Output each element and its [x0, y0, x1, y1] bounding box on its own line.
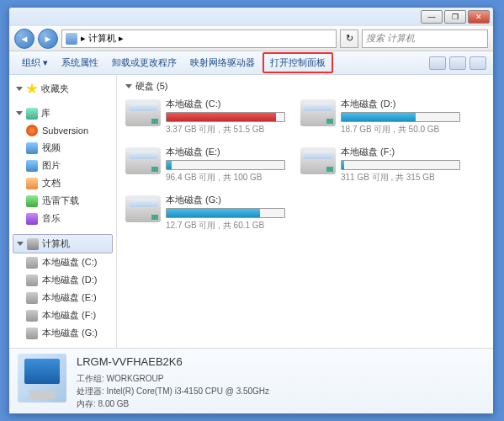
section-label: 硬盘 (5): [135, 80, 168, 93]
sidebar-item-mus[interactable]: 音乐: [13, 210, 113, 227]
search-input[interactable]: 搜索 计算机: [362, 29, 488, 48]
star-icon: [26, 83, 38, 95]
sidebar-item-label: 视频: [42, 141, 61, 154]
forward-button[interactable]: ►: [38, 29, 58, 49]
tool-control-panel[interactable]: 打开控制面板: [263, 52, 333, 73]
drive-icon: [300, 147, 336, 174]
drive-info: 本地磁盘 (D:)18.7 GB 可用 , 共 50.0 GB: [341, 98, 460, 136]
address-path: ▸ 计算机 ▸: [81, 32, 124, 45]
drive-icon: [125, 99, 161, 126]
drive-name: 本地磁盘 (D:): [341, 98, 460, 110]
sidebar-drive[interactable]: 本地磁盘 (G:): [13, 324, 113, 342]
section-header[interactable]: 硬盘 (5): [125, 80, 485, 93]
drive-info: 本地磁盘 (E:)96.4 GB 可用 , 共 100 GB: [166, 146, 285, 184]
sidebar-computer[interactable]: 计算机: [13, 234, 113, 253]
drive-info: 本地磁盘 (F:)311 GB 可用 , 共 315 GB: [341, 146, 460, 184]
capacity-fill: [167, 161, 172, 169]
sidebar-item-label: 文档: [42, 177, 61, 189]
toolbar: 组织 ▾ 系统属性 卸载或更改程序 映射网络驱动器 打开控制面板: [9, 51, 493, 75]
sidebar: 收藏夹 库 Subversion视频图片文档迅雷下载音乐 计算机 本地磁盘 (C…: [9, 75, 117, 348]
tool-uninstall[interactable]: 卸载或更改程序: [106, 54, 183, 72]
sidebar-item-label: Subversion: [42, 125, 88, 136]
drive-item[interactable]: 本地磁盘 (D:)18.7 GB 可用 , 共 50.0 GB: [300, 98, 460, 136]
sidebar-item-label: 本地磁盘 (E:): [42, 291, 97, 304]
drive-item[interactable]: 本地磁盘 (G:)12.7 GB 可用 , 共 60.1 GB: [125, 194, 285, 232]
sidebar-item-label: 本地磁盘 (F:): [42, 309, 96, 322]
drive-icon: [26, 328, 38, 339]
drive-icon: [125, 195, 161, 222]
drive-item[interactable]: 本地磁盘 (E:)96.4 GB 可用 , 共 100 GB: [125, 146, 285, 184]
sidebar-drive[interactable]: 本地磁盘 (E:): [13, 289, 113, 306]
titlebar: — ❐ ✕: [9, 8, 493, 26]
library-icon: [26, 108, 38, 120]
detail-row: 处理器: Intel(R) Core(TM) i3-4150 CPU @ 3.5…: [77, 386, 269, 397]
drive-item[interactable]: 本地磁盘 (F:)311 GB 可用 , 共 315 GB: [300, 146, 460, 184]
tool-map-drive[interactable]: 映射网络驱动器: [184, 54, 261, 72]
drive-icon: [26, 274, 38, 286]
sidebar-item-label: 音乐: [42, 212, 61, 225]
capacity-text: 3.37 GB 可用 , 共 51.5 GB: [166, 124, 285, 136]
computer-icon: [66, 33, 77, 45]
sidebar-item-label: 本地磁盘 (C:): [42, 256, 97, 269]
drive-icon: [125, 147, 161, 174]
close-button[interactable]: ✕: [468, 10, 490, 24]
computer-label: 计算机: [42, 237, 70, 250]
drive-name: 本地磁盘 (G:): [166, 194, 285, 206]
body: 收藏夹 库 Subversion视频图片文档迅雷下载音乐 计算机 本地磁盘 (C…: [9, 75, 493, 348]
minimize-button[interactable]: —: [421, 10, 443, 24]
drive-name: 本地磁盘 (E:): [166, 146, 285, 158]
explorer-window: — ❐ ✕ ◄ ► ▸ 计算机 ▸ ↻ 搜索 计算机 组织 ▾ 系统属性 卸载或…: [8, 7, 494, 414]
capacity-bar: [341, 112, 460, 122]
sidebar-drive[interactable]: 本地磁盘 (F:): [13, 306, 113, 324]
drive-info: 本地磁盘 (G:)12.7 GB 可用 , 共 60.1 GB: [166, 194, 285, 232]
sidebar-item-pic[interactable]: 图片: [13, 157, 113, 174]
capacity-fill: [342, 161, 344, 169]
back-button[interactable]: ◄: [14, 29, 34, 49]
drive-item[interactable]: 本地磁盘 (C:)3.37 GB 可用 , 共 51.5 GB: [125, 98, 285, 136]
mus-icon: [26, 213, 38, 225]
sidebar-favorites[interactable]: 收藏夹: [13, 80, 113, 98]
navbar: ◄ ► ▸ 计算机 ▸ ↻ 搜索 计算机: [9, 26, 493, 51]
sidebar-libraries[interactable]: 库: [13, 104, 113, 122]
capacity-bar: [166, 112, 285, 122]
svn-icon: [26, 125, 38, 136]
capacity-fill: [167, 113, 276, 121]
organize-menu[interactable]: 组织 ▾: [16, 54, 54, 72]
capacity-bar: [166, 160, 285, 170]
capacity-bar: [166, 208, 285, 218]
dl-icon: [26, 195, 38, 207]
capacity-text: 96.4 GB 可用 , 共 100 GB: [166, 172, 285, 184]
capacity-fill: [167, 209, 260, 217]
preview-icon[interactable]: [449, 56, 466, 70]
sidebar-item-svn[interactable]: Subversion: [13, 122, 113, 139]
help-icon[interactable]: [470, 56, 486, 70]
sidebar-drive[interactable]: 本地磁盘 (C:): [13, 253, 113, 271]
maximize-button[interactable]: ❐: [444, 10, 466, 24]
computer-icon: [27, 238, 39, 250]
drive-name: 本地磁盘 (F:): [341, 146, 460, 158]
sidebar-drive[interactable]: 本地磁盘 (D:): [13, 271, 113, 289]
sidebar-item-dl[interactable]: 迅雷下载: [13, 192, 113, 210]
view-icon[interactable]: [429, 56, 446, 70]
capacity-fill: [342, 113, 416, 121]
favorites-label: 收藏夹: [41, 83, 69, 95]
refresh-button[interactable]: ↻: [340, 29, 358, 48]
computer-name: LRGM-VVFHAEB2K6: [77, 355, 269, 368]
drive-info: 本地磁盘 (C:)3.37 GB 可用 , 共 51.5 GB: [166, 98, 285, 136]
sidebar-item-doc[interactable]: 文档: [13, 174, 113, 192]
sidebar-item-label: 本地磁盘 (D:): [42, 274, 97, 286]
details-info: LRGM-VVFHAEB2K6 工作组: WORKGROUP处理器: Intel…: [77, 354, 269, 408]
sidebar-item-label: 迅雷下载: [42, 195, 79, 207]
tool-system-properties[interactable]: 系统属性: [56, 54, 104, 72]
toolbar-right: [429, 56, 486, 70]
content-pane: 硬盘 (5) 本地磁盘 (C:)3.37 GB 可用 , 共 51.5 GB本地…: [117, 75, 493, 348]
chevron-down-icon: [125, 84, 132, 88]
detail-row: 工作组: WORKGROUP: [77, 373, 269, 385]
drive-icon: [26, 292, 38, 304]
search-placeholder: 搜索 计算机: [366, 32, 415, 45]
sidebar-item-vid[interactable]: 视频: [13, 139, 113, 157]
address-bar[interactable]: ▸ 计算机 ▸: [61, 29, 337, 48]
pic-icon: [26, 160, 38, 172]
drives-grid: 本地磁盘 (C:)3.37 GB 可用 , 共 51.5 GB本地磁盘 (D:)…: [125, 98, 485, 232]
drive-icon: [26, 257, 38, 269]
